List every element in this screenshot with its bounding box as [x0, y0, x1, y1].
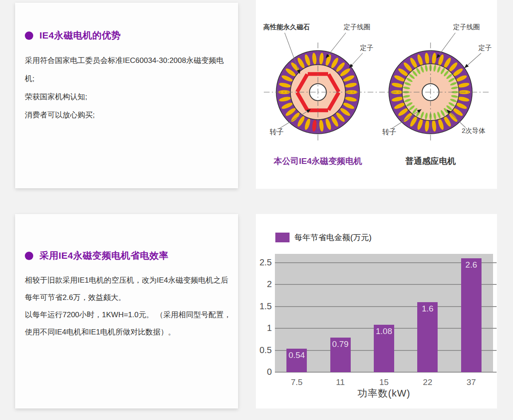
motor-comparison-diagram: 高性能永久磁石 定子线圈 定子 定子线圈 定子 转子 转子 2次导体 本公司IE… — [256, 0, 497, 189]
stator-coil-right-label: 定子线圈 — [453, 23, 480, 31]
stator-right-label: 定子 — [478, 44, 492, 51]
bar: 2.6 — [461, 258, 482, 372]
bar: 0.79 — [330, 338, 351, 372]
advantages-body: 采用符合国家电工委员会标准IEC60034-30:2008永磁变频电机;荣获国家… — [25, 51, 233, 124]
bar-value-label: 1.08 — [374, 327, 394, 336]
bar: 0.54 — [286, 349, 307, 372]
body-text-line: 采用符合国家电工委员会标准IEC60034-30:2008永磁变频电机; — [25, 51, 233, 88]
page: { "theme": { "page-bg": "#f2f2f2", "card… — [0, 0, 513, 420]
bullet-icon — [25, 31, 33, 40]
induction-motor-caption: 普通感应电机 — [405, 156, 456, 166]
body-text-line: 相较于旧款采用IE1电机的空压机，改为IE4永磁变频电机之后每年可节省2.6万，… — [25, 272, 233, 306]
advantages-heading-row: IE4永磁电机的优势 — [25, 3, 238, 42]
efficiency-card: 采用IE4永磁变频电机省电效率 相较于旧款采用IE1电机的空压机，改为IE4永磁… — [15, 214, 238, 408]
savings-chart-panel: 每年节省电金额(万元) 功率数(kW) 00.511.522.50.547.50… — [256, 214, 497, 408]
bar-value-label: 2.6 — [461, 260, 482, 270]
advantages-title: IE4永磁电机的优势 — [39, 29, 121, 42]
chart-legend: 每年节省电金额(万元) — [275, 232, 372, 243]
x-axis-title: 功率数(kW) — [275, 387, 493, 400]
efficiency-heading-row: 采用IE4永磁变频电机省电效率 — [25, 214, 238, 262]
x-axis-tick-label: 7.5 — [279, 377, 314, 387]
legend-label: 每年节省电金额(万元) — [294, 232, 372, 243]
bar-value-label: 1.6 — [417, 304, 438, 314]
x-axis-tick-label: 37 — [454, 377, 489, 387]
y-axis-tick-label: 0 — [256, 367, 272, 377]
stator-left-label: 定子 — [360, 44, 373, 51]
y-axis-tick-label: 2.5 — [256, 257, 272, 268]
bar-value-label: 0.79 — [330, 339, 351, 349]
rotor-right-label: 转子 — [382, 128, 396, 136]
body-text-line: 以每年运行7200小时，1KWH=1.0元。 （采用相同型号配置，使用不同IE4… — [25, 306, 233, 341]
bullet-icon — [25, 252, 33, 260]
body-text-line: 荣获国家机构认知; — [25, 88, 233, 106]
bar-value-label: 0.54 — [286, 350, 307, 360]
y-axis-tick-label: 0.5 — [256, 345, 272, 355]
y-axis-tick-label: 2 — [256, 279, 272, 289]
stator-coil-left-label: 定子线圈 — [343, 23, 370, 31]
motor-diagram-panel: 高性能永久磁石 定子线圈 定子 定子线圈 定子 转子 转子 2次导体 本公司IE… — [256, 0, 497, 189]
rotor-left-label: 转子 — [270, 128, 284, 136]
efficiency-title: 采用IE4永磁变频电机省电效率 — [39, 249, 168, 262]
y-axis-tick-label: 1.5 — [256, 301, 272, 311]
x-axis-tick-label: 15 — [366, 377, 402, 387]
y-axis-tick-label: 1 — [256, 323, 272, 333]
ie4-motor-caption: 本公司IE4永磁变频电机 — [273, 156, 362, 166]
advantages-card: IE4永磁电机的优势 采用符合国家电工委员会标准IEC60034-30:2008… — [15, 3, 238, 188]
x-axis-tick-label: 11 — [323, 377, 358, 387]
secondary-conductor-label: 2次导体 — [462, 127, 485, 134]
x-axis-tick-label: 22 — [410, 377, 445, 387]
bar: 1.08 — [374, 325, 394, 372]
stator-right-leader-arrow — [465, 53, 481, 68]
efficiency-body: 相较于旧款采用IE1电机的空压机，改为IE4永磁变频电机之后每年可节省2.6万，… — [25, 272, 233, 341]
legend-color-swatch — [275, 233, 290, 242]
magnet-label: 高性能永久磁石 — [263, 23, 310, 31]
bar: 1.6 — [417, 302, 438, 372]
body-text-line: 消费者可以放心购买; — [25, 106, 233, 124]
stator-left-leader-arrow — [349, 53, 363, 68]
